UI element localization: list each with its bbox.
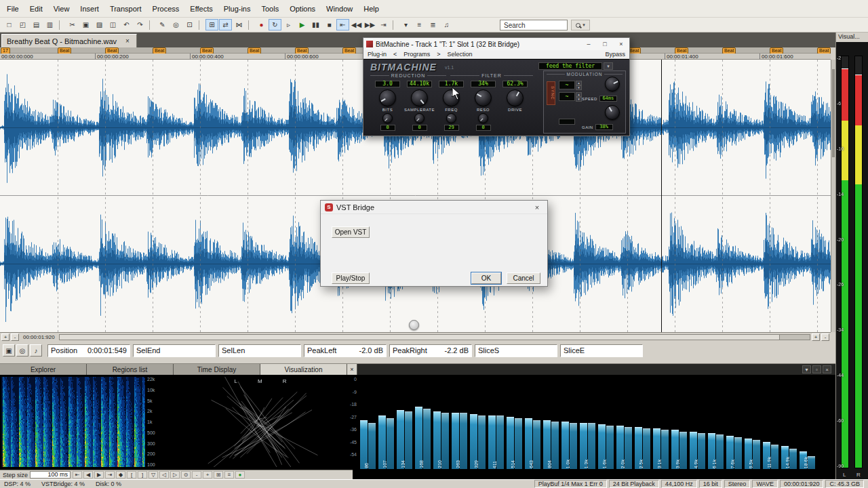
record-icon[interactable]: ● — [255, 19, 268, 30]
step-forward-icon[interactable]: ▶ — [94, 471, 104, 479]
prev-marker-icon[interactable]: ◁ — [159, 471, 169, 479]
toolbar-separator[interactable] — [393, 20, 397, 30]
mark-in-icon[interactable]: [ — [127, 471, 136, 479]
plugin-knob[interactable] — [411, 89, 428, 106]
trim-icon[interactable]: ◫ — [106, 19, 119, 30]
go-start-icon[interactable]: ⇤ — [73, 471, 82, 479]
document-tab[interactable]: Breathy Beat Q - Bitmachine.wav × — [1, 34, 137, 47]
save-icon[interactable]: ▤ — [30, 19, 43, 30]
lfo-wave-selector[interactable]: ~ — [559, 81, 575, 89]
auto-ripple-icon[interactable]: ⇄ — [219, 19, 232, 30]
tab-visualization[interactable]: Visualization — [260, 364, 347, 375]
next-marker-icon[interactable]: ▷ — [170, 471, 180, 479]
zoom-out-button[interactable]: - — [11, 333, 19, 341]
mod-depth-knob[interactable] — [382, 113, 393, 123]
gain-knob[interactable] — [605, 105, 620, 120]
new-file-icon[interactable]: □ — [3, 19, 16, 30]
preset-selector[interactable]: feed the filter — [538, 62, 602, 70]
scrub-handle[interactable] — [409, 320, 419, 330]
go-end-icon[interactable]: ⇥ — [105, 471, 115, 479]
status-field[interactable]: SelEnd — [133, 344, 216, 357]
close-icon[interactable]: × — [613, 38, 629, 50]
snap-icon[interactable]: ⊞ — [205, 19, 218, 30]
menu-item[interactable]: Window — [321, 3, 358, 15]
stop-icon[interactable]: ■ — [323, 19, 336, 30]
toolbar-separator[interactable] — [248, 20, 252, 30]
plugin-knob[interactable] — [379, 89, 396, 106]
menu-item[interactable]: Tools — [256, 3, 284, 15]
plugin-menu-item[interactable]: Selection — [448, 51, 473, 58]
list-small-icon[interactable]: ≡ — [224, 471, 234, 479]
lfo-wave-spinner[interactable]: ▲ ▼ — [576, 81, 582, 89]
magnify-tool-icon[interactable]: ◎ — [170, 19, 182, 30]
status-field[interactable]: PeakLeft -2.0 dB — [304, 344, 387, 357]
mark-out-icon[interactable]: ] — [138, 471, 147, 479]
status-field[interactable]: SelLen — [218, 344, 301, 357]
plugin-menu-item[interactable]: > — [437, 51, 440, 58]
search-input[interactable]: Search — [500, 20, 568, 30]
step-back-icon[interactable]: ◀ — [83, 471, 93, 479]
marker-icon[interactable]: ▾ — [399, 19, 412, 30]
sync-button[interactable]: SYNC — [547, 81, 555, 105]
plugin-knob[interactable] — [475, 89, 492, 106]
vertical-scrollbar-thumb[interactable] — [832, 69, 835, 157]
dock-menu-icon[interactable]: ▾ — [802, 365, 811, 373]
save-all-icon[interactable]: ▥ — [43, 19, 56, 30]
menu-item[interactable]: File — [1, 3, 24, 15]
status-field[interactable]: SliceE — [560, 344, 643, 357]
status-field[interactable]: Position 0:00:01:549 — [47, 344, 130, 357]
redo-icon[interactable]: ↷ — [134, 19, 146, 30]
toolbar-separator[interactable] — [59, 20, 63, 30]
loop-playback-icon[interactable]: ↻ — [269, 19, 281, 30]
plugin-knob[interactable] — [507, 89, 524, 106]
mod-mode-display[interactable] — [559, 119, 575, 125]
tab-regions-list[interactable]: Regions list — [87, 364, 174, 375]
open-file-icon[interactable]: ◰ — [16, 19, 29, 30]
toolbar-separator[interactable] — [149, 20, 153, 30]
crossfade-icon[interactable]: ⋈ — [233, 19, 245, 30]
regions-icon[interactable]: ≡ — [413, 19, 426, 30]
toolbar-separator[interactable] — [199, 20, 203, 30]
dialog-close-icon[interactable]: × — [531, 203, 543, 211]
menu-item[interactable]: Edit — [24, 3, 48, 15]
go-to-end-icon[interactable]: ⇥ — [377, 19, 390, 30]
cut-icon[interactable]: ✂ — [66, 19, 79, 30]
zoom-out-button-right[interactable]: - — [821, 333, 829, 341]
speed-knob[interactable] — [605, 77, 620, 92]
menu-item[interactable]: Plug-ins — [218, 3, 256, 15]
zoom-in-button[interactable]: + — [1, 333, 9, 341]
menu-item[interactable]: Help — [358, 3, 384, 15]
pause-icon[interactable]: ▮▮ — [309, 19, 322, 30]
meters-title[interactable]: Visual... — [836, 33, 868, 41]
bypass-button[interactable]: Bypass — [605, 51, 625, 58]
mod-depth-knob[interactable] — [414, 113, 425, 123]
menu-item[interactable]: View — [48, 3, 75, 15]
mixer-icon[interactable]: ♫ — [440, 19, 453, 30]
menu-item[interactable]: Options — [284, 3, 321, 15]
forward-icon[interactable]: ▶▶ — [363, 19, 376, 30]
monitor-on-icon[interactable]: ● — [235, 471, 245, 479]
ok-button[interactable]: OK — [471, 272, 501, 284]
zoom-out-small-icon[interactable]: - — [192, 471, 201, 479]
speaker-icon[interactable]: ♪ — [30, 344, 42, 357]
copy-icon[interactable]: ▣ — [79, 19, 92, 30]
plugin-menu-item[interactable]: < — [393, 51, 397, 58]
magnify-small-icon[interactable]: ◎ — [16, 344, 28, 357]
plugin-title-bar[interactable]: BitMachine - Track 1 "T: 1" Slot 1 (32 B… — [363, 38, 629, 50]
zoom-selection-icon[interactable]: ⊙ — [181, 471, 191, 479]
zoom-in-button-right[interactable]: + — [812, 333, 820, 341]
horizontal-scrollbar[interactable] — [59, 334, 810, 340]
plugin-menu-item[interactable]: Programs — [403, 51, 430, 58]
step-size-input[interactable]: 100 ms — [30, 471, 71, 479]
menu-item[interactable]: Effects — [184, 3, 218, 15]
rewind-icon[interactable]: ◀◀ — [350, 19, 363, 30]
lfo-wave-selector[interactable]: ~ — [559, 92, 575, 101]
search-icon[interactable]: ▾ — [571, 20, 590, 30]
menu-item[interactable]: Transport — [104, 3, 147, 15]
open-vst-button[interactable]: Open VST — [332, 226, 370, 238]
play-stop-button[interactable]: Play/Stop — [332, 272, 370, 284]
edit-tool-small-icon[interactable]: ▣ — [3, 344, 15, 357]
cancel-button[interactable]: Cancel — [507, 272, 540, 284]
paste-icon[interactable]: ▨ — [93, 19, 106, 30]
dock-float-icon[interactable]: ▫ — [812, 365, 821, 373]
